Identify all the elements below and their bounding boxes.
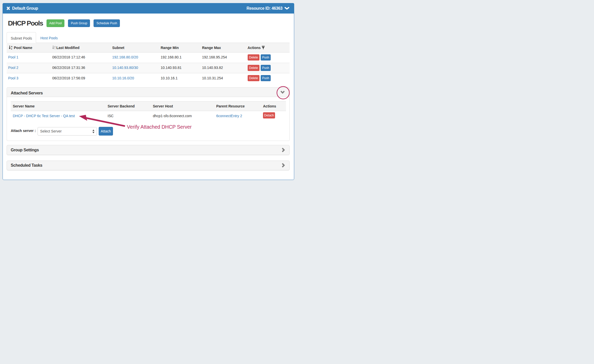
svg-text:Z: Z (11, 47, 12, 50)
